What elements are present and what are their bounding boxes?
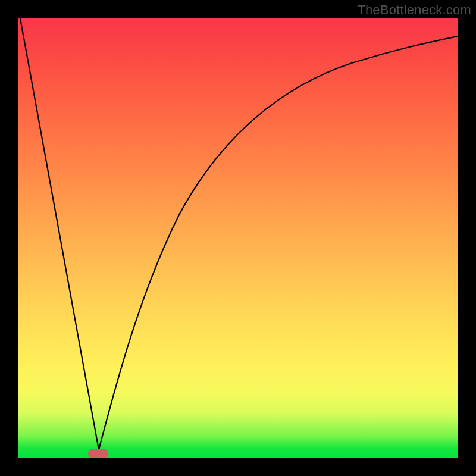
optimum-marker: [88, 449, 108, 458]
curve-left-branch: [20, 18, 99, 450]
curve-right-branch: [99, 36, 458, 450]
curve-layer: [18, 18, 458, 458]
chart-frame: TheBottleneck.com: [0, 0, 476, 476]
watermark-text: TheBottleneck.com: [357, 2, 471, 18]
